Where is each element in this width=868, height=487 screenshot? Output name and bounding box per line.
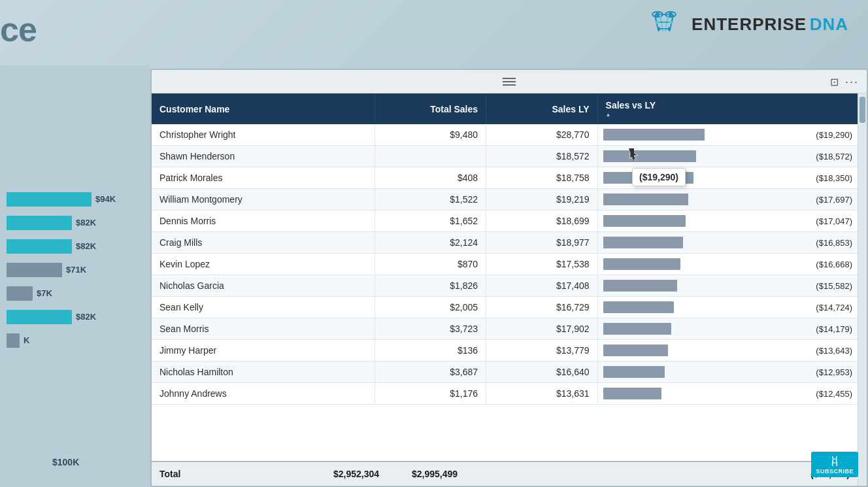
cell-sales-ly: $17,408 (486, 275, 598, 297)
cell-sales-ly: $19,219 (486, 189, 598, 210)
cell-sales-ly: $17,902 (486, 318, 598, 340)
cell-customer-name: Sean Kelly (152, 297, 375, 318)
col-header-total-sales[interactable]: Total Sales (375, 93, 486, 124)
chart-label-1: $94K (95, 194, 116, 204)
chart-bottom-label: $100K (52, 457, 79, 467)
logo-area: ENTERPRISE DNA (644, 7, 848, 42)
cell-bar: ($16,668) (597, 254, 858, 275)
total-row: Total $2,952,304 $2,995,499 ($43,195) (152, 461, 858, 486)
cell-customer-name: Johnny Andrews (152, 383, 375, 405)
chart-item-4: $71K (7, 261, 144, 279)
chart-item-7: K (7, 331, 144, 350)
cell-total-sales: $870 (375, 254, 486, 275)
cell-bar: ($17,697) (597, 189, 858, 210)
cell-sales-ly: $13,631 (486, 383, 598, 405)
chart-label-7: K (24, 335, 29, 345)
cell-customer-name: Craig Mills (152, 232, 375, 254)
cell-sales-ly: $28,770 (486, 124, 598, 146)
table-row: Nicholas Garcia$1,826$17,408($15,582) (152, 275, 858, 297)
chart-item-5: $7K (7, 284, 144, 303)
cell-bar: ($19,290) (597, 124, 858, 146)
chart-bar-5 (7, 286, 33, 301)
svg-point-5 (656, 12, 659, 16)
cell-customer-name: William Montgomery (152, 189, 375, 210)
chart-label-6: $82K (76, 312, 96, 322)
chart-item-1: $94K (7, 190, 144, 209)
cell-sales-ly: $16,640 (486, 361, 598, 383)
cell-customer-name: Nicholas Hamilton (152, 361, 375, 383)
cell-total-sales: $2,124 (375, 232, 486, 254)
cell-bar: ($17,047) (597, 210, 858, 232)
chart-bar-4 (7, 263, 62, 277)
cell-sales-ly: $18,977 (486, 232, 598, 254)
cell-sales-ly: $16,729 (486, 297, 598, 318)
cell-bar: ($18,572) (597, 146, 858, 167)
data-table: Customer Name Total Sales Sales LY Sales… (152, 93, 858, 405)
cell-bar: ($14,179) (597, 318, 858, 340)
table-row: Christopher Wright$9,480$28,770($19,290) (152, 124, 858, 146)
col-header-sales-ly[interactable]: Sales LY (486, 93, 598, 124)
subscribe-dna-icon (828, 454, 841, 467)
cell-bar: ($12,455) (597, 383, 858, 405)
cell-total-sales: $1,826 (375, 275, 486, 297)
chart-bar-7 (7, 333, 20, 348)
logo-text: ENTERPRISE DNA (692, 14, 848, 35)
chart-label-5: $7K (37, 288, 52, 298)
table-row: William Montgomery$1,522$19,219($17,697) (152, 189, 858, 210)
table-row: Nicholas Hamilton$3,687$16,640($12,953) (152, 361, 858, 383)
more-options-icon[interactable]: ··· (845, 75, 859, 88)
table-row: Dennis Morris$1,652$18,699($17,047) (152, 210, 858, 232)
cell-total-sales: $3,687 (375, 361, 486, 383)
total-sales-ly: $2,995,499 (387, 469, 465, 479)
cell-total-sales: $9,480 (375, 124, 486, 146)
total-total-sales: $2,952,304 (309, 469, 387, 479)
hamburger-icon[interactable] (503, 78, 516, 86)
cell-total-sales: $136 (375, 340, 486, 361)
chart-item-2: $82K (7, 214, 144, 232)
chart-label-4: $71K (66, 265, 86, 275)
cell-total-sales: $2,005 (375, 297, 486, 318)
table-row: Craig Mills$2,124$18,977($16,853) (152, 232, 858, 254)
table-row: Shawn Henderson$18,572($18,572) (152, 146, 858, 167)
svg-point-10 (668, 27, 671, 31)
partial-title: ce (0, 10, 37, 49)
chart-label-3: $82K (76, 241, 96, 251)
cell-bar: ($12,953) (597, 361, 858, 383)
cell-customer-name: Kevin Lopez (152, 254, 375, 275)
table-row: Kevin Lopez$870$17,538($16,668) (152, 254, 858, 275)
table-row: Sean Kelly$2,005$16,729($14,724) (152, 297, 858, 318)
chart-bar-2 (7, 216, 72, 230)
cell-sales-ly: $18,699 (486, 210, 598, 232)
chart-bar-3 (7, 239, 72, 254)
chart-item-6: $82K (7, 308, 144, 326)
table-row: Johnny Andrews$1,176$13,631($12,455) (152, 383, 858, 405)
table-scroll-area[interactable]: Customer Name Total Sales Sales LY Sales… (152, 93, 867, 461)
header-actions: ⊡ ··· (830, 75, 859, 88)
col-header-sales-vs-ly[interactable]: Sales vs LY ▲ (597, 93, 858, 124)
col-header-customer-name[interactable]: Customer Name (152, 93, 375, 124)
cell-total-sales: $1,522 (375, 189, 486, 210)
svg-point-6 (669, 12, 673, 16)
table-header-bar: ⊡ ··· (152, 70, 867, 93)
svg-point-8 (669, 21, 673, 24)
cell-customer-name: Jimmy Harper (152, 340, 375, 361)
expand-icon[interactable]: ⊡ (830, 75, 839, 88)
cell-customer-name: Nicholas Garcia (152, 275, 375, 297)
left-chart: $94K $82K $82K $71K $7K $82K K (0, 65, 150, 487)
cell-bar: ($13,643) (597, 340, 858, 361)
cell-bar: ($14,724) (597, 297, 858, 318)
subscribe-button[interactable]: SUBSCRIBE (811, 452, 858, 477)
cell-customer-name: Dennis Morris (152, 210, 375, 232)
cell-sales-ly: $13,779 (486, 340, 598, 361)
cell-customer-name: Shawn Henderson (152, 146, 375, 167)
scroll-bar[interactable] (858, 93, 867, 486)
scroll-thumb (860, 97, 865, 123)
chart-label-2: $82K (76, 218, 96, 227)
cell-bar: ($18,350) (597, 167, 858, 189)
table-header-row: Customer Name Total Sales Sales LY Sales… (152, 93, 858, 124)
cell-sales-ly: $18,572 (486, 146, 598, 167)
chart-item-3: $82K (7, 237, 144, 256)
cell-total-sales (375, 146, 486, 167)
cell-customer-name: Sean Morris (152, 318, 375, 340)
table-row: Sean Morris$3,723$17,902($14,179) (152, 318, 858, 340)
